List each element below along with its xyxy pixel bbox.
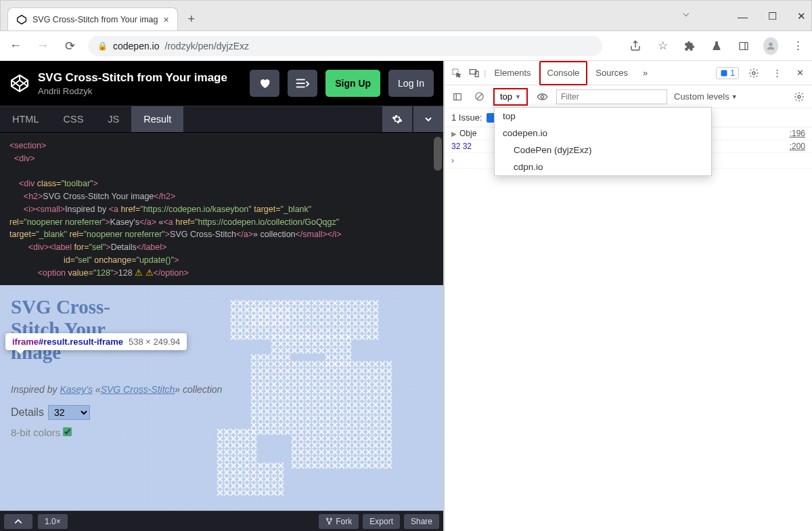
tab-console[interactable]: Console [539,61,588,85]
maximize-icon[interactable]: ☐ [768,10,777,22]
context-item-top[interactable]: top [495,108,711,125]
url-field[interactable]: 🔒 codepen.io/rodzyk/pen/dyjzExz [88,36,602,56]
device-toolbar-icon[interactable] [466,65,482,81]
bookmark-star-icon[interactable]: ☆ [655,39,670,54]
browser-menu-icon[interactable]: ⋮ [790,39,805,54]
love-button[interactable] [250,70,279,97]
result-iframe[interactable]: SVG Cross-Stitch Your image Inspired by … [0,285,443,511]
reload-button[interactable]: ⟳ [61,37,78,55]
result-heading: SVG Cross-Stitch Your image [11,296,133,364]
context-item-codepen[interactable]: codepen.io [495,125,711,142]
svg-rect-30 [721,70,727,76]
svg-point-24 [327,518,328,519]
link-svg-cross-stitch[interactable]: SVG Cross-Stitch [101,384,175,395]
svg-rect-20 [217,463,284,496]
tooltip-dimensions: 538 × 249.94 [129,337,180,347]
labs-icon[interactable] [709,39,724,54]
context-item-cdpn[interactable]: cdpn.io [495,158,711,175]
codepen-header: SVG Cross-Stitch from Your image Andrii … [0,61,443,106]
share-button[interactable]: Share [404,514,439,529]
inspect-element-icon[interactable] [449,65,465,81]
svg-rect-17 [271,334,325,354]
chevron-down-icon: ▼ [515,93,521,100]
login-button[interactable]: Log In [388,70,434,97]
settings-gear-icon[interactable] [382,106,412,132]
console-settings-icon[interactable] [792,89,807,104]
svg-rect-22 [325,334,352,368]
close-window-icon[interactable]: ✕ [797,10,806,22]
tooltip-tag: iframe [12,337,39,347]
svg-point-3 [769,42,772,45]
cross-stitch-art [189,285,433,511]
tab-html[interactable]: HTML [0,106,51,132]
console-filter-input[interactable] [556,89,667,104]
console-sidebar-toggle-icon[interactable] [450,89,465,104]
svg-rect-1 [740,42,748,49]
live-expression-icon[interactable] [535,89,549,104]
details-select[interactable]: 32 [48,405,90,420]
close-tab-icon[interactable]: × [163,14,168,25]
export-button[interactable]: Export [363,514,400,529]
zoom-level[interactable]: 1.0× [38,514,68,529]
codepen-favicon-icon [16,14,27,25]
svg-point-31 [752,72,755,75]
fork-button[interactable]: Fork [319,514,359,529]
codepen-app: SVG Cross-Stitch from Your image Andrii … [0,61,443,531]
tooltip-selector: #result.result-iframe [39,337,123,347]
tab-sources[interactable]: Sources [589,61,635,85]
svg-line-35 [476,94,482,100]
tab-css[interactable]: CSS [51,106,95,132]
minimize-icon[interactable]: — [738,11,748,22]
back-button[interactable]: ← [7,37,24,55]
editor-scrollbar[interactable] [434,137,442,171]
svg-rect-21 [291,361,392,469]
codepen-logo-icon[interactable] [9,73,30,93]
bitcolors-checkbox[interactable] [63,427,72,436]
link-kaseys[interactable]: Kasey's [60,384,93,395]
source-link[interactable]: :200 [790,142,805,151]
side-panel-icon[interactable] [736,39,751,54]
devtools-settings-icon[interactable] [746,65,762,81]
devtools-menu-icon[interactable]: ⋮ [769,65,785,81]
chevron-down-icon[interactable] [413,106,443,132]
tab-result[interactable]: Result [131,106,183,132]
svg-rect-23 [250,307,291,327]
execution-context-selector[interactable]: top ▼ [493,88,528,106]
source-link[interactable]: :196 [790,129,805,138]
tab-search-icon[interactable]: ⌵ [683,6,690,19]
footer-expand-button[interactable] [4,514,32,529]
code-editor[interactable]: <section> <div> <div class="toolbar"> <h… [0,133,443,285]
devtools-close-icon[interactable]: ✕ [792,65,808,81]
new-tab-button[interactable]: + [182,9,201,28]
signup-button[interactable]: Sign Up [325,70,380,97]
expand-arrow-icon[interactable]: ▶ [451,130,457,137]
browser-tab[interactable]: SVG Cross-Stitch from Your imag × [7,7,178,30]
profile-avatar[interactable] [763,39,778,54]
svg-point-36 [541,95,543,98]
clear-console-icon[interactable] [472,89,487,104]
tab-js[interactable]: JS [95,106,131,132]
url-path: /rodzyk/pen/dyjzExz [165,41,250,51]
view-layout-button[interactable] [288,70,317,97]
browser-tab-strip: SVG Cross-Stitch from Your imag × + ⌵ — … [0,0,812,31]
context-item-pen[interactable]: CodePen (dyjzExz) [495,142,711,158]
svg-point-26 [329,523,330,524]
pen-title: SVG Cross-Stitch from Your image [38,71,242,85]
console-output: ▶ Obje :196 32 32 :200 › [445,127,812,531]
editor-tabs: HTML CSS JS Result [0,106,443,133]
extensions-icon[interactable] [682,39,697,54]
log-levels-selector[interactable]: Custom levels▼ [674,91,738,102]
share-icon[interactable] [628,39,643,54]
svg-rect-19 [250,354,291,436]
devtools-panel: | Elements Console Sources » 1 ⋮ ✕ top ▼… [443,61,812,531]
url-domain: codepen.io [113,41,160,51]
tab-title: SVG Cross-Stitch from Your imag [32,15,158,24]
pen-author[interactable]: Andrii Rodzyk [38,86,242,96]
tab-elements[interactable]: Elements [487,61,537,85]
tabs-overflow-icon[interactable]: » [636,61,654,85]
forward-button: → [34,37,51,55]
svg-marker-0 [18,15,26,24]
codepen-footer: 1.0× Fork Export Share [0,511,443,531]
issues-badge[interactable]: 1 [716,67,739,79]
svg-point-37 [798,95,800,98]
